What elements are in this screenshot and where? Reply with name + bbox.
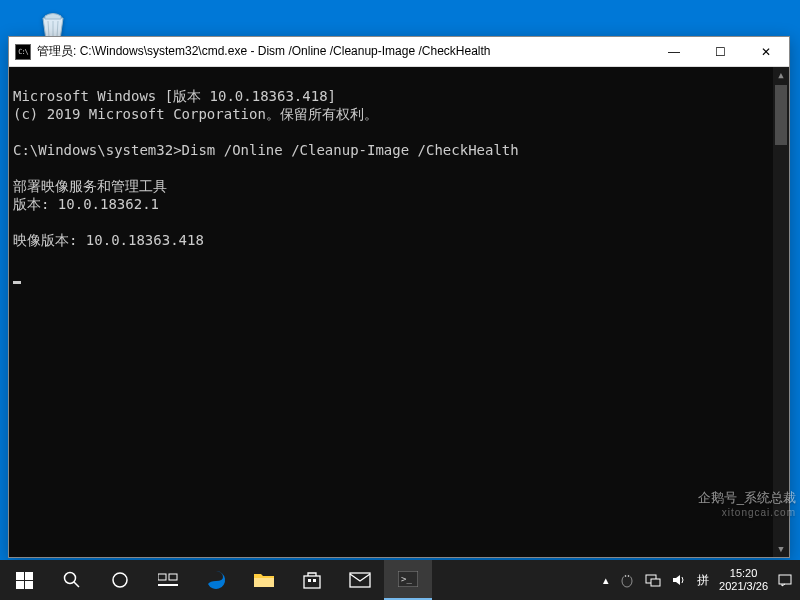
- volume-icon[interactable]: [671, 572, 687, 588]
- task-view-button[interactable]: [144, 560, 192, 600]
- svg-rect-11: [169, 574, 177, 580]
- cmd-window: C:\ 管理员: C:\Windows\system32\cmd.exe - D…: [8, 36, 790, 558]
- edge-button[interactable]: [192, 560, 240, 600]
- qq-tray-icon[interactable]: [619, 572, 635, 588]
- edge-icon: [205, 569, 227, 591]
- svg-text:>_: >_: [401, 574, 412, 584]
- svg-rect-10: [158, 574, 166, 580]
- svg-point-23: [628, 575, 630, 577]
- taskbar-clock[interactable]: 15:20 2021/3/26: [719, 567, 768, 593]
- svg-point-21: [624, 573, 631, 579]
- mail-button[interactable]: [336, 560, 384, 600]
- svg-rect-14: [304, 576, 320, 588]
- svg-rect-25: [651, 579, 660, 586]
- terminal-scrollbar[interactable]: ▲ ▼: [773, 67, 789, 557]
- mail-icon: [349, 572, 371, 588]
- tray-chevron-icon[interactable]: ▴: [603, 574, 609, 587]
- maximize-button[interactable]: ☐: [697, 37, 743, 66]
- search-button[interactable]: [48, 560, 96, 600]
- svg-rect-6: [25, 581, 33, 589]
- system-tray: ▴ 拼 15:20 2021/3/26: [595, 560, 800, 600]
- terminal-line: 版本: 10.0.18362.1: [13, 196, 159, 212]
- svg-rect-13: [254, 578, 274, 587]
- svg-rect-4: [25, 572, 33, 580]
- terminal-line: 映像版本: 10.0.18363.418: [13, 232, 204, 248]
- window-title: 管理员: C:\Windows\system32\cmd.exe - Dism …: [37, 43, 651, 60]
- search-icon: [63, 571, 81, 589]
- terminal-cursor: [13, 281, 21, 284]
- file-explorer-button[interactable]: [240, 560, 288, 600]
- terminal-line: Microsoft Windows [版本 10.0.18363.418]: [13, 88, 336, 104]
- terminal-line: C:\Windows\system32>Dism /Online /Cleanu…: [13, 142, 519, 158]
- svg-rect-5: [16, 581, 24, 589]
- task-view-icon: [158, 572, 178, 588]
- svg-rect-17: [350, 573, 370, 587]
- scroll-up-icon[interactable]: ▲: [773, 67, 789, 83]
- svg-rect-26: [779, 575, 791, 584]
- close-button[interactable]: ✕: [743, 37, 789, 66]
- cmd-taskbar-button[interactable]: >_: [384, 560, 432, 600]
- cortana-icon: [111, 571, 129, 589]
- ime-indicator[interactable]: 拼: [697, 572, 709, 589]
- cortana-button[interactable]: [96, 560, 144, 600]
- windows-icon: [16, 572, 33, 589]
- minimize-button[interactable]: —: [651, 37, 697, 66]
- svg-point-9: [113, 573, 127, 587]
- notifications-icon[interactable]: [778, 573, 792, 587]
- svg-line-8: [74, 582, 79, 587]
- folder-icon: [253, 571, 275, 589]
- clock-date: 2021/3/26: [719, 580, 768, 593]
- clock-time: 15:20: [719, 567, 768, 580]
- cmd-icon: C:\: [15, 44, 31, 60]
- store-icon: [302, 570, 322, 590]
- svg-rect-3: [16, 572, 24, 580]
- svg-rect-15: [308, 579, 311, 582]
- scroll-down-icon[interactable]: ▼: [773, 541, 789, 557]
- svg-rect-16: [313, 579, 316, 582]
- terminal-line: 部署映像服务和管理工具: [13, 178, 167, 194]
- taskbar: >_ ▴ 拼 15:20 2021/3/26: [0, 560, 800, 600]
- start-button[interactable]: [0, 560, 48, 600]
- terminal-line: (c) 2019 Microsoft Corporation。保留所有权利。: [13, 106, 378, 122]
- terminal-output[interactable]: Microsoft Windows [版本 10.0.18363.418] (c…: [9, 67, 789, 557]
- scroll-thumb[interactable]: [775, 85, 787, 145]
- network-icon[interactable]: [645, 572, 661, 588]
- svg-point-7: [65, 573, 76, 584]
- store-button[interactable]: [288, 560, 336, 600]
- titlebar[interactable]: C:\ 管理员: C:\Windows\system32\cmd.exe - D…: [9, 37, 789, 67]
- cmd-taskbar-icon: >_: [398, 571, 418, 587]
- svg-point-22: [625, 575, 627, 577]
